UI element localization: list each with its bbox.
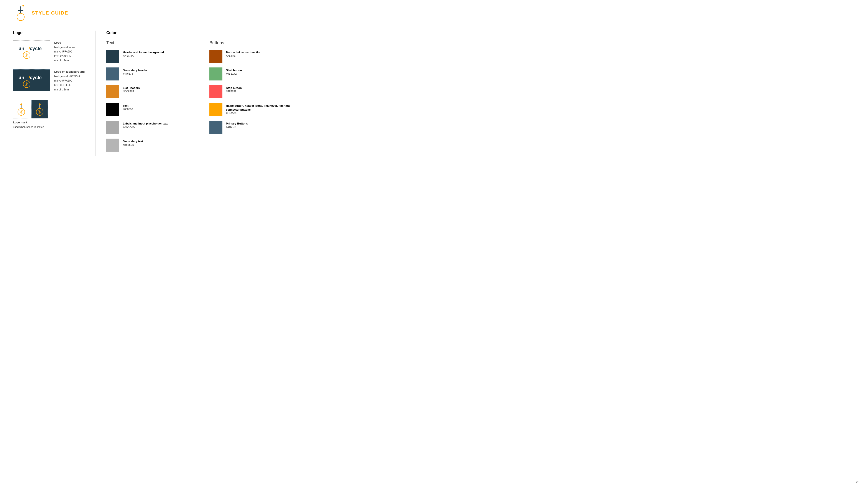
logo-detail-2: mark: #FFA500 <box>54 50 75 54</box>
color-info-labels-input: Labels and input placeholder text #AAAAA… <box>123 121 168 129</box>
color-name-text: Text <box>123 104 133 108</box>
color-item-secondary-header: Secondary header #446378 <box>106 67 196 80</box>
color-info-primary-btn: Primary Buttons #446378 <box>226 121 248 129</box>
color-hex-list-headers: #DC851F <box>123 90 140 93</box>
color-item-radio-btn: Radio button, header icons, link hover, … <box>209 103 300 116</box>
unicycle-mark-light <box>15 102 27 116</box>
logo-mark-dark <box>31 100 48 119</box>
color-hex-btn-next: #A64803 <box>226 55 261 58</box>
color-hex-stop-btn: #FF5353 <box>226 90 242 93</box>
svg-text:un: un <box>19 75 24 80</box>
swatch-000000 <box>106 103 119 116</box>
color-name-secondary-header: Secondary header <box>123 68 147 72</box>
color-name-secondary-text: Secondary text <box>123 139 143 143</box>
logo-section-title: Logo <box>13 31 87 35</box>
color-hex-labels-input: #AAAAAA <box>123 126 168 129</box>
logo-bg-detail-2: mark: #FFA500 <box>54 78 85 83</box>
color-item-primary-btn: Primary Buttons #446378 <box>209 121 300 134</box>
color-section: Color Text Header and footer background … <box>95 31 300 156</box>
logo-mark-light <box>13 100 29 119</box>
swatch-ff5353 <box>209 85 222 98</box>
unicycle-logo-dark: un cycle <box>16 72 46 89</box>
logo-item-default: un cycle Logo background: none mark: #FF… <box>13 40 87 63</box>
color-name-stop-btn: Stop button <box>226 86 242 90</box>
color-name-header-footer: Header and footer background <box>123 51 164 55</box>
color-item-start-btn: Start button #6BB172 <box>209 67 300 80</box>
color-hex-secondary-text: #B5B5B5 <box>123 143 143 147</box>
swatch-dc851f <box>106 85 119 98</box>
logo-bg-detail-4: margin: 2em <box>54 88 85 92</box>
buttons-subsection-title: Buttons <box>209 40 300 45</box>
color-info-start-btn: Start button #6BB172 <box>226 67 242 75</box>
logo-item-dark: un cycle Logo on a background background… <box>13 69 87 92</box>
logo-label-dark: Logo on a background <box>54 69 85 74</box>
logo-bg-detail-3: text: #FFFFFF <box>54 83 85 88</box>
color-item-stop-btn: Stop button #FF5353 <box>209 85 300 98</box>
text-colors-column: Text Header and footer background #223C4… <box>106 40 196 156</box>
swatch-b5b5b5 <box>106 139 119 152</box>
logo-bg-detail-1: background: #223C4A <box>54 74 85 78</box>
logo-mark-desc: used when space is limited <box>13 125 48 129</box>
logo-mark-label: Logo mark <box>13 120 48 125</box>
svg-point-0 <box>17 13 24 21</box>
color-hex-primary-btn: #446378 <box>226 126 248 129</box>
logo-preview-default: un cycle <box>13 40 50 62</box>
color-hex-radio-btn: #FFA500 <box>226 112 300 115</box>
header-logo-icon <box>13 4 28 22</box>
color-hex-header-footer: #223C4A <box>123 55 164 58</box>
color-hex-secondary-header: #446378 <box>123 72 147 75</box>
logo-section: Logo un cycle Logo <box>13 31 95 156</box>
logo-detail-3: text: #223CFA <box>54 54 75 58</box>
swatch-6bb172 <box>209 67 222 80</box>
svg-text:cycle: cycle <box>30 75 42 80</box>
color-columns: Text Header and footer background #223C4… <box>106 40 300 156</box>
color-info-list-headers: List Headers #DC851F <box>123 85 140 93</box>
unicycle-mark-dark <box>34 102 45 116</box>
color-item-labels-input: Labels and input placeholder text #AAAAA… <box>106 121 196 134</box>
logo-marks-row <box>13 100 48 119</box>
color-item-header-footer: Header and footer background #223C4A <box>106 50 196 63</box>
logo-detail-1: background: none <box>54 45 75 50</box>
color-hex-text: #000000 <box>123 108 133 111</box>
text-subsection-title: Text <box>106 40 196 45</box>
color-section-title: Color <box>106 31 300 35</box>
color-item-list-headers: List Headers #DC851F <box>106 85 196 98</box>
color-item-btn-next: Button link to next section #A64803 <box>209 50 300 63</box>
main-content: Logo un cycle Logo <box>0 24 312 163</box>
logo-detail-4: margin: 2em <box>54 58 75 63</box>
logo-preview-dark: un cycle <box>13 69 50 91</box>
color-name-primary-btn: Primary Buttons <box>226 122 248 126</box>
svg-text:un: un <box>19 46 24 51</box>
color-info-secondary-text: Secondary text #B5B5B5 <box>123 139 143 147</box>
unicycle-logo-light: un cycle <box>16 42 46 60</box>
color-item-secondary-text: Secondary text #B5B5B5 <box>106 139 196 152</box>
logo-mark-info: Logo mark used when space is limited <box>13 120 48 129</box>
color-name-btn-next: Button link to next section <box>226 51 261 55</box>
logo-label-default: Logo <box>54 40 75 45</box>
svg-point-31 <box>39 103 40 105</box>
color-name-radio-btn: Radio button, header icons, link hover, … <box>226 104 300 112</box>
logo-info-default: Logo background: none mark: #FFA500 text… <box>54 40 75 63</box>
page-header: STYLE GUIDE <box>0 0 312 24</box>
buttons-colors-column: Buttons Button link to next section #A64… <box>209 40 300 156</box>
color-info-text: Text #000000 <box>123 103 133 111</box>
swatch-446378 <box>106 67 119 80</box>
swatch-aaaaaa <box>106 121 119 134</box>
page-title: STYLE GUIDE <box>32 10 68 16</box>
color-info-stop-btn: Stop button #FF5353 <box>226 85 242 93</box>
logo-info-dark: Logo on a background background: #223C4A… <box>54 69 85 92</box>
color-info-secondary-header: Secondary header #446378 <box>123 67 147 75</box>
color-name-labels-input: Labels and input placeholder text <box>123 122 168 126</box>
color-hex-start-btn: #6BB172 <box>226 72 242 75</box>
swatch-223c4a <box>106 50 119 63</box>
swatch-a64803 <box>209 50 222 63</box>
color-info-radio-btn: Radio button, header icons, link hover, … <box>226 103 300 115</box>
swatch-ffa500 <box>209 103 222 116</box>
color-name-start-btn: Start button <box>226 68 242 72</box>
color-info-btn-next: Button link to next section #A64803 <box>226 50 261 58</box>
color-name-list-headers: List Headers <box>123 86 140 90</box>
svg-point-3 <box>22 5 24 6</box>
svg-point-23 <box>21 103 22 105</box>
swatch-446378-btn <box>209 121 222 134</box>
logo-mark-item: Logo mark used when space is limited <box>13 98 87 129</box>
